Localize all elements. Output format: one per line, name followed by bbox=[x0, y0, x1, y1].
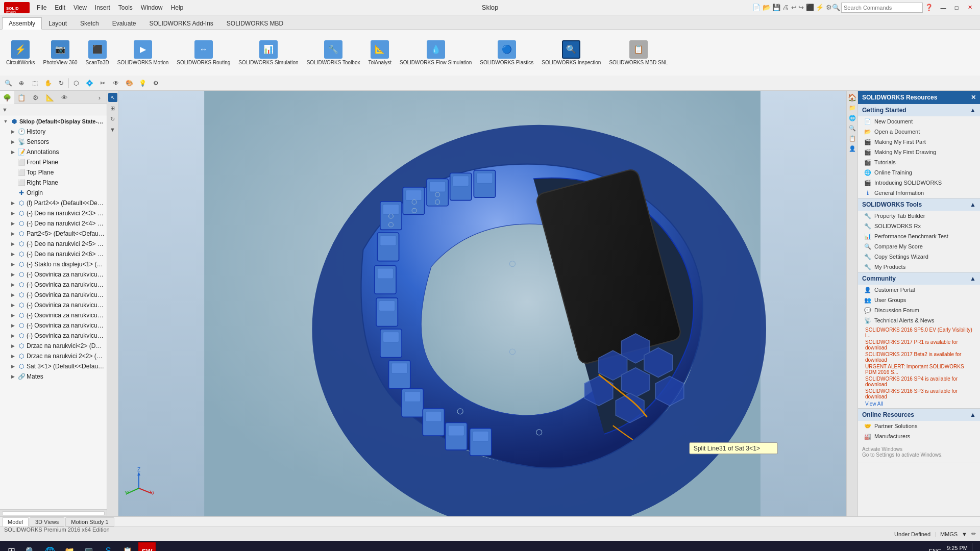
tab-addins[interactable]: SOLIDWORKS Add-Ins bbox=[142, 17, 219, 29]
vt-zoom-fit[interactable]: 🔍 bbox=[2, 77, 14, 89]
taskbar-sw[interactable]: SW bbox=[138, 542, 156, 551]
menu-help[interactable]: Help bbox=[168, 3, 187, 12]
lpt-display[interactable]: 👁 bbox=[57, 91, 71, 104]
community-collapse[interactable]: ▲ bbox=[970, 275, 976, 282]
tree-item-deo-2-6[interactable]: ▶ ⬡ (-) Deo na narukvici 2<6> (Default< bbox=[0, 249, 107, 259]
expand-annotations[interactable]: ▶ bbox=[9, 148, 16, 156]
rp-sw-rx[interactable]: 🔧 SOLIDWORKS Rx bbox=[858, 221, 980, 231]
ribbon-btn-flow[interactable]: 💧 SOLIDWORKS Flow Simulation bbox=[398, 39, 474, 66]
online-resources-collapse[interactable]: ▲ bbox=[970, 411, 976, 418]
tab-3d-views[interactable]: 3D Views bbox=[30, 517, 64, 527]
vt-lights[interactable]: 💡 bbox=[136, 77, 149, 89]
tree-item-history[interactable]: ▶ 🕐 History bbox=[0, 127, 107, 137]
taskbar-computer[interactable]: 💻 bbox=[80, 542, 98, 551]
ri-2[interactable]: 📁 bbox=[848, 103, 857, 112]
expand-mates[interactable]: ▶ bbox=[9, 373, 16, 380]
tree-item-top-plane[interactable]: ⬜ Top Plane bbox=[0, 167, 107, 178]
ri-6[interactable]: 👤 bbox=[848, 144, 857, 153]
rp-customer-portal[interactable]: 👤 Customer Portal bbox=[858, 285, 980, 295]
tree-item-osov-5[interactable]: ▶ ⬡ (-) Osovinica za narukvicu<5> (Defau bbox=[0, 310, 107, 320]
menu-view[interactable]: View bbox=[70, 3, 90, 12]
rp-intro-sw[interactable]: 🎬 Introducing SOLIDWORKS bbox=[858, 178, 980, 188]
tree-item-deo-2-5[interactable]: ▶ ⬡ (-) Deo na narukvici 2<5> (Default< bbox=[0, 239, 107, 249]
tree-item-osov-4[interactable]: ▶ ⬡ (-) Osovinica za narukvicu<4> (Defau bbox=[0, 300, 107, 310]
tree-item-osov-7[interactable]: ▶ ⬡ (-) Osovinica za narukvicu<7> (Defau bbox=[0, 331, 107, 341]
expand-osov-5[interactable]: ▶ bbox=[9, 312, 16, 319]
rp-benchmark[interactable]: 📊 Performance Benchmark Test bbox=[858, 231, 980, 241]
ribbon-btn-plastics[interactable]: 🔵 SOLIDWORKS Plastics bbox=[478, 39, 535, 66]
rp-compare-score[interactable]: 🔍 Compare My Score bbox=[858, 241, 980, 252]
rp-discussion-forum[interactable]: 💬 Discussion Forum bbox=[858, 305, 980, 315]
expand-osov-6[interactable]: ▶ bbox=[9, 322, 16, 329]
expand-deo-2-5[interactable]: ▶ bbox=[9, 240, 16, 247]
menu-insert[interactable]: Insert bbox=[92, 3, 113, 12]
news-item-2[interactable]: SOLIDWORKS 2017 PR1 is available for dow… bbox=[865, 339, 976, 351]
news-item-3[interactable]: SOLIDWORKS 2017 Beta2 is available for d… bbox=[865, 351, 976, 363]
section-online-resources-header[interactable]: Online Resources ▲ bbox=[858, 409, 980, 421]
resources-close[interactable]: ✕ bbox=[971, 94, 976, 101]
close-button[interactable]: ✕ bbox=[964, 2, 976, 13]
rp-my-products[interactable]: 🔧 My Products bbox=[858, 262, 980, 272]
vt-hide-show[interactable]: 👁 bbox=[110, 77, 122, 89]
ribbon-btn-tolanalyst[interactable]: 📐 TolAnalyst bbox=[366, 39, 394, 66]
expand-sat3[interactable]: ▶ bbox=[9, 363, 16, 370]
tab-model[interactable]: Model bbox=[2, 517, 29, 527]
news-item-6[interactable]: SOLIDWORKS 2016 SP3 is available for dow… bbox=[865, 388, 976, 400]
ribbon-btn-scanto3d[interactable]: ⬛ ScanTo3D bbox=[84, 39, 111, 66]
menu-tools[interactable]: Tools bbox=[115, 3, 136, 12]
expand-osov-3[interactable]: ▶ bbox=[9, 291, 16, 298]
expand-sensors[interactable]: ▶ bbox=[9, 138, 16, 145]
expand-osov-7[interactable]: ▶ bbox=[9, 332, 16, 339]
vt-zoom-in[interactable]: ⊕ bbox=[15, 77, 28, 89]
li-zoom[interactable]: ⊞ bbox=[108, 104, 117, 113]
taskbar-start[interactable]: ⊞ bbox=[2, 542, 20, 551]
tab-layout[interactable]: Layout bbox=[42, 17, 74, 29]
expand-part2-5[interactable]: ▶ bbox=[9, 230, 16, 237]
minimize-button[interactable]: — bbox=[937, 2, 949, 13]
ribbon-btn-motion[interactable]: ▶ SOLIDWORKS Motion bbox=[115, 39, 171, 66]
ribbon-btn-photoview[interactable]: 📷 PhotoView 360 bbox=[41, 39, 79, 66]
lpt-property[interactable]: 📋 bbox=[14, 91, 29, 104]
li-rotate[interactable]: ↻ bbox=[108, 114, 117, 123]
rp-new-document[interactable]: 📄 New Document bbox=[858, 116, 980, 127]
ribbon-btn-inspection[interactable]: 🔍 SOLIDWORKS Inspection bbox=[540, 39, 603, 66]
vt-pan[interactable]: ✋ bbox=[42, 77, 54, 89]
rp-prop-tab[interactable]: 🔧 Property Tab Builder bbox=[858, 211, 980, 221]
li-filter[interactable]: ▼ bbox=[108, 125, 117, 134]
tree-item-drzac-2-2[interactable]: ▶ ⬡ Drzac na narukvici 2<2> (Default<<D bbox=[0, 351, 107, 361]
news-item-4[interactable]: URGENT ALERT: Important SOLIDWORKS PDM 2… bbox=[865, 363, 976, 375]
lpt-config[interactable]: ⚙ bbox=[29, 91, 43, 104]
ri-5[interactable]: 📋 bbox=[848, 134, 857, 143]
section-community-header[interactable]: Community ▲ bbox=[858, 272, 980, 285]
expand-part2-4[interactable]: ▶ bbox=[9, 199, 16, 207]
tree-item-osov-1[interactable]: ▶ ⬡ (-) Osovinica za narukvicu<1> (Defau bbox=[0, 269, 107, 280]
vt-display[interactable]: 💠 bbox=[83, 77, 95, 89]
ri-3[interactable]: 🌐 bbox=[848, 113, 857, 122]
rp-first-drawing[interactable]: 🎬 Making My First Drawing bbox=[858, 147, 980, 157]
tree-item-osov-3[interactable]: ▶ ⬡ (-) Osovinica za narukvicu<3> (Defau bbox=[0, 290, 107, 300]
tree-item-osov-6[interactable]: ▶ ⬡ (-) Osovinica za narukvicu<6> (Defau bbox=[0, 320, 107, 331]
tree-item-staklo[interactable]: ▶ ⬡ (-) Staklo na displeju<1> (Default<<… bbox=[0, 259, 107, 269]
vt-rotate[interactable]: ↻ bbox=[55, 77, 67, 89]
tree-scrollbar[interactable] bbox=[0, 509, 107, 516]
rp-manufacturers[interactable]: 🏭 Manufacturers bbox=[858, 431, 980, 441]
ri-resources[interactable]: 🏠 bbox=[848, 93, 857, 102]
lpt-expand[interactable]: › bbox=[92, 91, 107, 104]
expand-drzac-2-2[interactable]: ▶ bbox=[9, 353, 16, 360]
ri-4[interactable]: 🔍 bbox=[848, 123, 857, 133]
menu-file[interactable]: File bbox=[34, 3, 50, 12]
rp-first-part[interactable]: 🎬 Making My First Part bbox=[858, 137, 980, 147]
view-all-link[interactable]: View All bbox=[865, 400, 976, 407]
rp-general-info[interactable]: ℹ General Information bbox=[858, 188, 980, 198]
tree-item-osov-2[interactable]: ▶ ⬡ (-) Osovinica za narukvicu<2> (Defau bbox=[0, 280, 107, 290]
rp-open-document[interactable]: 📂 Open a Document bbox=[858, 127, 980, 137]
tree-item-deo-2-3[interactable]: ▶ ⬡ (-) Deo na narukvici 2<3> (Default< bbox=[0, 208, 107, 218]
tree-item-drzac-2[interactable]: ▶ ⬡ Drzac na narukvici<2> (Default<<Del bbox=[0, 341, 107, 351]
taskbar-docs[interactable]: 📋 bbox=[118, 542, 137, 551]
lpt-feature-tree[interactable]: 🌳 bbox=[0, 91, 14, 104]
tree-item-right-plane[interactable]: ⬜ Right Plane bbox=[0, 178, 107, 188]
taskbar-files[interactable]: 📁 bbox=[60, 542, 79, 551]
expand-osov-2[interactable]: ▶ bbox=[9, 281, 16, 288]
units-dropdown[interactable]: ▼ bbox=[962, 531, 967, 537]
ribbon-btn-circuitworks[interactable]: ⚡ CircuitWorks bbox=[4, 39, 37, 66]
